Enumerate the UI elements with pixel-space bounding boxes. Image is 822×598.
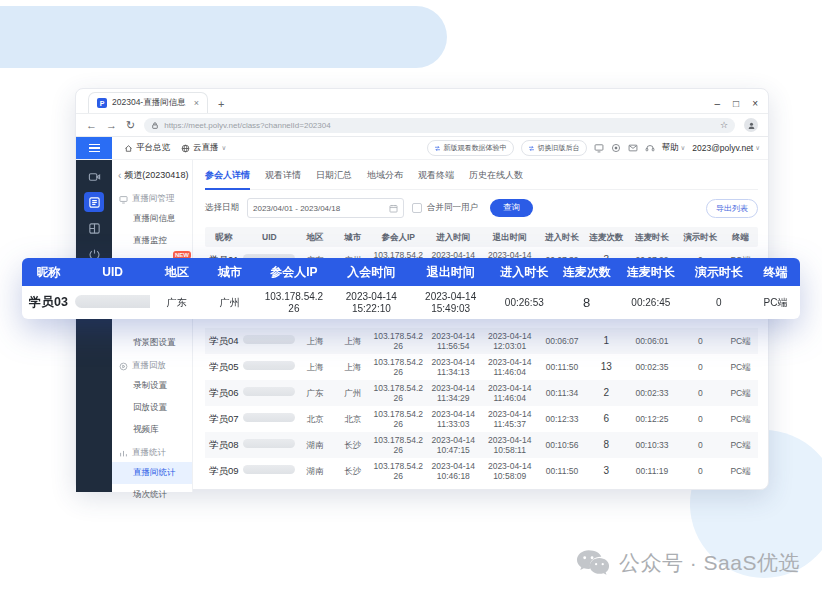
back-button[interactable]: ← — [86, 120, 97, 131]
cell-ip: 103.178.54.2 26 — [371, 331, 425, 351]
sidebar-background-image-setting[interactable]: 背景图设置 — [112, 332, 192, 354]
uid-blur-pill — [243, 439, 297, 450]
back-chevron-icon[interactable]: ‹ — [118, 170, 121, 181]
tab-participants-detail[interactable]: 参会人详情 — [205, 164, 250, 190]
cell-enter: 2023-04-14 11:34:13 — [425, 357, 481, 377]
mail-icon[interactable] — [628, 143, 638, 153]
hamburger-menu-button[interactable] — [76, 137, 112, 159]
callout-column-header: 退出时间 — [411, 265, 490, 279]
monitor-icon[interactable] — [594, 143, 604, 153]
rail-layout-icon[interactable] — [84, 218, 104, 238]
callout-column-header: 连麦次数 — [558, 265, 615, 279]
callout-column-header: 终端 — [751, 265, 800, 279]
tab-history-online[interactable]: 历史在线人数 — [469, 164, 523, 189]
table-row: 学员07北京北京103.178.54.2 262023-04-14 11:33:… — [205, 406, 758, 432]
cell-mic_time: 00:06:01 — [626, 336, 677, 346]
cell-stay: 00:06:07 — [538, 336, 586, 346]
sidebar-session-stats[interactable]: 场次统计 — [112, 484, 192, 506]
tab-region-distribution[interactable]: 地域分布 — [367, 164, 403, 189]
callout-column-header: 连麦时长 — [615, 265, 687, 279]
column-header: 终端 — [723, 232, 758, 242]
url-text: https://meet.polyv.net/class?channelId=2… — [164, 121, 330, 130]
reload-button[interactable]: ↻ — [126, 120, 135, 131]
tab-viewer-terminal[interactable]: 观看终端 — [418, 164, 454, 189]
cell-ip: 103.178.54.2 26 — [371, 435, 425, 455]
browser-tab[interactable]: P 202304-直播间信息 × — [88, 92, 208, 113]
maximize-button[interactable]: □ — [733, 98, 739, 109]
sidebar-room-info[interactable]: 直播间信息 — [112, 208, 192, 230]
sidebar-live-monitor[interactable]: 直播监控 — [112, 230, 192, 252]
cell-enter: 2023-04-14 15:22:10 — [332, 291, 411, 315]
window-controls: – □ × — [715, 98, 758, 113]
channel-header[interactable]: ‹ 频道(20230418) — [112, 164, 192, 187]
cell-demo_time: 0 — [677, 362, 723, 372]
tab-viewer-detail[interactable]: 观看详情 — [265, 164, 301, 189]
tab-date-summary[interactable]: 日期汇总 — [316, 164, 352, 189]
cell-ip: 103.178.54.2 26 — [371, 383, 425, 403]
callout-column-header: 城市 — [203, 265, 256, 279]
cell-region: 广东 — [296, 388, 334, 398]
rail-list-icon-selected[interactable] — [84, 192, 104, 212]
nav-cloud-live[interactable]: 云直播 ∨ — [181, 142, 226, 154]
export-list-button[interactable]: 导出列表 — [706, 199, 758, 218]
globe-icon — [181, 144, 190, 153]
swap-icon — [434, 145, 441, 152]
sidebar-room-stats[interactable]: 直播间统计 — [112, 462, 192, 484]
browser-profile-avatar[interactable] — [744, 118, 758, 132]
forward-button[interactable]: → — [106, 120, 117, 131]
cell-stay: 00:11:50 — [538, 466, 586, 476]
merge-user-label: 合并同一用户 — [427, 202, 478, 214]
sidebar-video-library[interactable]: 视频库 — [112, 419, 192, 441]
nav-platform-overview[interactable]: 平台总览 — [124, 142, 170, 154]
sidebar-record-setting[interactable]: 录制设置 — [112, 375, 192, 397]
cell-ip: 103.178.54.2 26 — [371, 461, 425, 481]
blur-pill — [75, 295, 151, 308]
cell-city: 广州 — [203, 297, 256, 309]
page-background: P 202304-直播间信息 × + – □ × ← → ↻ https://m… — [0, 0, 822, 598]
merge-user-checkbox[interactable] — [412, 203, 422, 213]
cell-mic_count: 13 — [586, 361, 626, 373]
table-row: 学员04上海上海103.178.54.2 262023-04-14 11:56:… — [205, 328, 758, 354]
cell-city: 长沙 — [334, 440, 372, 450]
new-data-experience-pill[interactable]: 新版观看数据体验中 — [427, 140, 514, 156]
cell-terminal: PC端 — [723, 440, 758, 450]
cell-mic_time: 00:12:25 — [626, 414, 677, 424]
date-range-input[interactable]: 2023/04/01 - 2023/04/18 — [247, 198, 404, 218]
account-menu[interactable]: 2023@polyv.net ∨ — [692, 143, 760, 153]
cell-exit: 2023-04-14 10:58:09 — [481, 461, 537, 481]
app-header: 平台总览 云直播 ∨ 新版观看数据体验中 切换旧版后台 — [76, 137, 768, 160]
table-header-row: 昵称UID地区城市参会人IP进入时间退出时间进入时长连麦次数连麦时长演示时长终端 — [205, 227, 758, 247]
blur-pill — [243, 387, 295, 396]
swap-icon — [528, 145, 535, 152]
cell-enter: 2023-04-14 11:56:54 — [425, 331, 481, 351]
cell-demo_time: 0 — [677, 336, 723, 346]
cell-ip: 103.178.54.2 26 — [371, 357, 425, 377]
filter-row: 选择日期 2023/04/01 - 2023/04/18 合并同一用户 查询 导… — [205, 198, 758, 218]
help-menu[interactable]: 帮助 ∨ — [662, 142, 686, 154]
cell-exit: 2023-04-14 11:46:04 — [481, 357, 537, 377]
uid-blur-pill — [243, 465, 297, 476]
blur-pill — [243, 413, 295, 422]
callout-column-header: 参会人IP — [256, 265, 332, 279]
cell-nickname: 学员05 — [205, 361, 243, 372]
column-header: 演示时长 — [677, 232, 723, 242]
service-headset-icon[interactable] — [645, 143, 655, 153]
switch-old-console-pill[interactable]: 切换旧版后台 — [521, 140, 587, 156]
column-header: 参会人IP — [371, 232, 425, 242]
uid-blur-pill — [243, 387, 297, 398]
minimize-button[interactable]: – — [715, 98, 721, 109]
cell-mic_time: 00:10:33 — [626, 440, 677, 450]
close-button[interactable]: × — [752, 98, 758, 109]
callout-data-row: 学员03广东广州103.178.54.2 262023-04-14 15:22:… — [22, 286, 800, 319]
new-tab-button[interactable]: + — [218, 98, 224, 113]
cell-region: 湖南 — [296, 466, 334, 476]
sidebar-playback-setting[interactable]: 回放设置 — [112, 397, 192, 419]
address-bar[interactable]: https://meet.polyv.net/class?channelId=2… — [144, 118, 735, 133]
tab-close-icon[interactable]: × — [194, 98, 199, 108]
record-icon[interactable] — [611, 143, 621, 153]
query-button[interactable]: 查询 — [490, 199, 533, 217]
rail-camera-icon[interactable] — [84, 166, 104, 186]
cell-stay: 00:10:56 — [538, 440, 586, 450]
cell-demo_time: 0 — [677, 414, 723, 424]
bookmark-star-icon[interactable]: ☆ — [720, 120, 728, 130]
